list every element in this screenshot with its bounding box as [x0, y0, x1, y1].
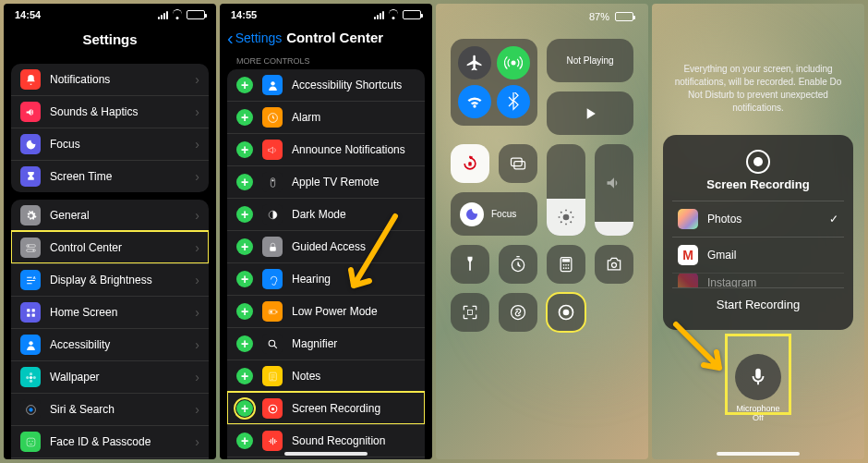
- settings-row-hearing[interactable]: +Hearing: [227, 262, 425, 295]
- app-label: Photos: [707, 213, 741, 225]
- shazam-tile[interactable]: [499, 293, 537, 332]
- screen-record-tile[interactable]: [547, 293, 585, 332]
- settings-row-announce-notifications[interactable]: +Announce Notifications: [227, 133, 425, 165]
- settings-row-siri-search[interactable]: Siri & Search›: [11, 393, 209, 425]
- settings-row-notes[interactable]: +Notes: [227, 359, 425, 392]
- settings-row-apple-tv-remote[interactable]: +Apple TV Remote: [227, 165, 425, 198]
- now-playing-label: Not Playing: [566, 55, 613, 66]
- grid-icon: [20, 302, 41, 323]
- add-button[interactable]: +: [236, 368, 253, 384]
- settings-row-display-brightness[interactable]: ADisplay & Brightness›: [11, 263, 209, 296]
- settings-row-accessibility[interactable]: Accessibility›: [11, 328, 209, 360]
- nav-bar: Settings Control Center: [220, 26, 432, 53]
- home-indicator[interactable]: [717, 452, 800, 456]
- darkmode-icon: [262, 204, 283, 225]
- svg-point-38: [271, 407, 273, 409]
- add-button[interactable]: +: [236, 271, 253, 287]
- person-icon: [262, 75, 283, 95]
- start-recording-button[interactable]: Start Recording: [672, 287, 844, 321]
- app-option-photos[interactable]: Photos✓: [672, 201, 844, 237]
- status-bar: 14:54: [4, 4, 216, 26]
- add-button[interactable]: +: [236, 433, 253, 449]
- now-playing-tile[interactable]: Not Playing: [547, 39, 633, 82]
- cellular-button[interactable]: [497, 46, 530, 79]
- record-icon: [746, 150, 770, 174]
- add-button[interactable]: +: [236, 303, 253, 320]
- chevron-icon: ›: [195, 337, 199, 352]
- settings-row-low-power-mode[interactable]: +Low Power Mode: [227, 295, 425, 327]
- camera-tile[interactable]: [595, 245, 633, 284]
- settings-row-face-id-passcode[interactable]: Face ID & Passcode›: [11, 425, 209, 457]
- qr-scan-tile[interactable]: [451, 293, 489, 332]
- flashlight-tile[interactable]: [451, 245, 489, 284]
- svg-rect-33: [270, 311, 272, 312]
- add-button[interactable]: +: [236, 206, 253, 223]
- siri-icon: [20, 399, 41, 420]
- screen-mirroring-tile[interactable]: [499, 144, 537, 183]
- ear-icon: [262, 269, 283, 289]
- settings-row-screen-time[interactable]: Screen Time›: [11, 160, 209, 192]
- record-icon: [262, 398, 283, 419]
- settings-row-emergency-sos[interactable]: SOSEmergency SOS›: [11, 457, 209, 459]
- svg-text:A: A: [32, 274, 35, 279]
- wifi-button[interactable]: [458, 85, 491, 118]
- calculator-tile[interactable]: [547, 245, 585, 284]
- settings-row-guided-access[interactable]: +Guided Access: [227, 230, 425, 262]
- cell-signal-icon: [374, 11, 384, 19]
- section-header: MORE CONTROLS: [220, 53, 432, 67]
- media-controls-tile[interactable]: [547, 91, 633, 135]
- add-button[interactable]: +: [236, 238, 253, 255]
- row-label: Announce Notifications: [292, 143, 405, 156]
- row-label: Accessibility: [50, 338, 110, 351]
- settings-row-dark-mode[interactable]: +Dark Mode: [227, 198, 425, 230]
- svg-rect-51: [562, 259, 570, 262]
- settings-row-screen-recording[interactable]: +Screen Recording: [227, 392, 425, 424]
- connectivity-tile[interactable]: [451, 39, 537, 126]
- svg-point-18: [29, 440, 30, 441]
- settings-row-control-center[interactable]: Control Center›: [11, 231, 209, 263]
- svg-point-12: [29, 379, 31, 382]
- settings-row-magnifier[interactable]: +Magnifier: [227, 327, 425, 359]
- app-option-instagram[interactable]: Instagram: [672, 273, 844, 287]
- row-label: Screen Recording: [292, 402, 380, 415]
- row-label: Magnifier: [292, 337, 337, 350]
- settings-row-home-screen[interactable]: Home Screen›: [11, 296, 209, 328]
- svg-rect-31: [270, 246, 276, 250]
- svg-rect-46: [512, 158, 523, 165]
- screen-record-sheet: Everything on your screen, including not…: [652, 4, 864, 459]
- orientation-lock-tile[interactable]: [451, 144, 489, 183]
- add-button[interactable]: +: [236, 335, 253, 352]
- app-option-gmail[interactable]: MGmail: [672, 237, 844, 273]
- svg-point-55: [563, 267, 565, 269]
- brightness-slider[interactable]: [547, 144, 585, 236]
- svg-point-16: [29, 408, 32, 411]
- add-button[interactable]: +: [236, 109, 253, 126]
- focus-tile[interactable]: Focus: [451, 192, 537, 236]
- settings-row-general[interactable]: General›: [11, 200, 209, 231]
- svg-rect-8: [31, 313, 34, 316]
- settings-row-accessibility-shortcuts[interactable]: +Accessibility Shortcuts: [227, 69, 425, 101]
- person-icon: [20, 335, 41, 355]
- add-button[interactable]: +: [236, 77, 253, 93]
- svg-rect-36: [269, 372, 276, 381]
- add-button[interactable]: +: [236, 400, 253, 417]
- volume-slider[interactable]: [595, 144, 633, 236]
- settings-row-focus[interactable]: Focus›: [11, 128, 209, 160]
- row-label: Accessibility Shortcuts: [292, 79, 402, 91]
- home-indicator[interactable]: [284, 452, 368, 456]
- row-label: Apple TV Remote: [292, 176, 380, 189]
- settings-row-wallpaper[interactable]: Wallpaper›: [11, 360, 209, 393]
- timer-tile[interactable]: [499, 245, 537, 284]
- bluetooth-button[interactable]: [497, 85, 530, 118]
- settings-row-alarm[interactable]: +Alarm: [227, 101, 425, 133]
- settings-row-sounds-haptics[interactable]: Sounds & Haptics›: [11, 95, 209, 128]
- page-title: Settings: [4, 26, 216, 56]
- add-button[interactable]: +: [236, 174, 253, 190]
- settings-row-notifications[interactable]: Notifications›: [11, 64, 209, 95]
- row-label: Low Power Mode: [292, 305, 378, 318]
- add-button[interactable]: +: [236, 141, 253, 158]
- settings-row-stopwatch[interactable]: +Stopwatch: [227, 457, 425, 459]
- row-label: General: [50, 209, 90, 222]
- airplane-button[interactable]: [458, 46, 491, 79]
- recording-sheet: Screen Recording Photos✓MGmailInstagram …: [663, 135, 853, 330]
